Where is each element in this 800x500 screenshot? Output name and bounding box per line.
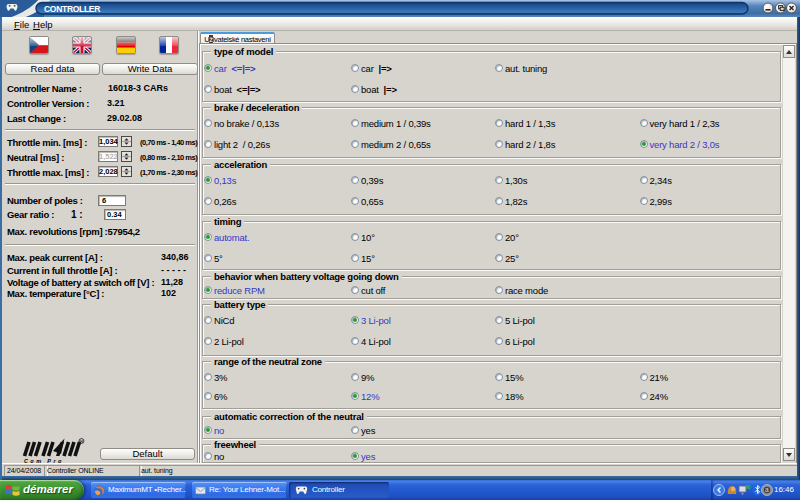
svg-text:a: a <box>765 486 769 493</box>
svg-text:40: 40 <box>745 484 751 490</box>
svg-text:R: R <box>80 439 83 444</box>
svg-text:CONTROLLER: CONTROLLER <box>44 4 100 14</box>
